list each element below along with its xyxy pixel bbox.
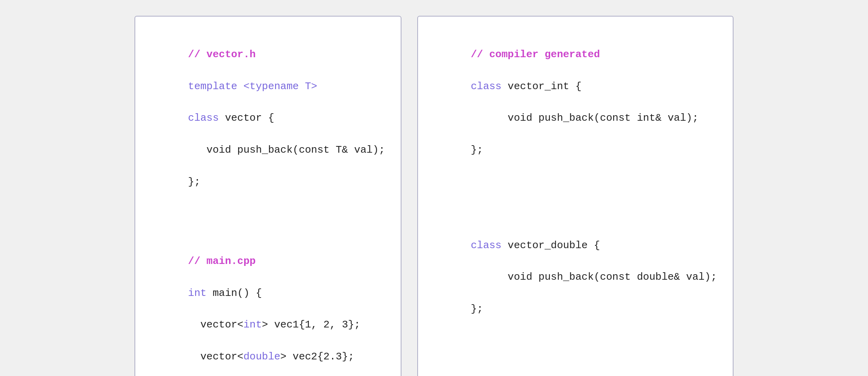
left-code-panel: // vector.h template <typename T> class … xyxy=(134,16,401,376)
left-int-kw: int xyxy=(188,287,207,299)
left-vec2-pre: vector< xyxy=(188,351,243,363)
right-class-int-kw: class xyxy=(471,80,502,92)
left-vec1-post: > vec1{1, 2, 3}; xyxy=(262,319,360,331)
left-main-rest: main() { xyxy=(207,287,262,299)
right-code-panel: // compiler generated class vector_int {… xyxy=(417,16,734,376)
right-class-double-kw: class xyxy=(471,239,502,251)
left-code-block: // vector.h template <typename T> class … xyxy=(151,31,385,376)
left-class-rest: vector { xyxy=(219,112,274,124)
right-class-int-rest: vector_int { xyxy=(502,80,582,92)
right-close-brace-2: }; xyxy=(471,303,483,315)
right-comment-1: // compiler generated xyxy=(471,49,600,60)
right-push-back-double: void push_back(const double& val); xyxy=(471,271,717,283)
right-close-brace-1: }; xyxy=(471,144,483,156)
left-close-brace-1: }; xyxy=(188,176,200,188)
left-vec2-type: double xyxy=(243,351,280,363)
left-class-kw: class xyxy=(188,112,219,124)
right-push-back-int: void push_back(const int& val); xyxy=(471,112,698,124)
left-vec1-type: int xyxy=(243,319,262,331)
left-vec2-post: > vec2{2.3}; xyxy=(280,351,354,363)
left-comment-1: // vector.h xyxy=(188,49,256,60)
left-comment-2: // main.cpp xyxy=(188,255,256,267)
right-code-block: // compiler generated class vector_int {… xyxy=(434,31,717,333)
left-vec1-pre: vector< xyxy=(188,319,243,331)
left-push-back: void push_back(const T& val); xyxy=(188,144,385,156)
main-container: // vector.h template <typename T> class … xyxy=(119,0,749,376)
right-class-double-rest: vector_double { xyxy=(502,239,600,251)
left-line-1: template <typename T> xyxy=(188,80,317,92)
